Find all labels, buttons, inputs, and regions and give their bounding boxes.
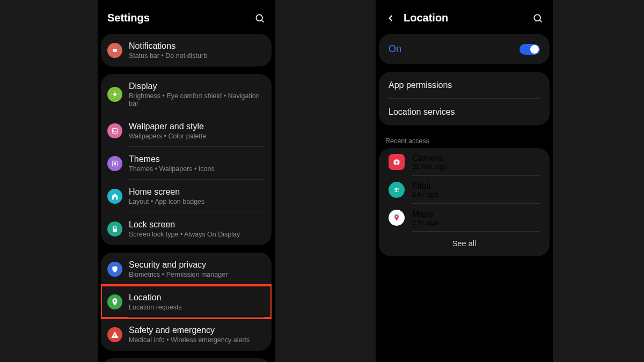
item-subtitle: Wallpapers • Color palette: [129, 132, 265, 140]
warning-icon: [107, 327, 122, 342]
search-icon[interactable]: [254, 13, 265, 24]
item-title: Safety and emergency: [129, 325, 265, 336]
svg-point-13: [114, 300, 115, 301]
themes-icon: [107, 156, 122, 171]
page-title: Location: [404, 12, 532, 24]
settings-item-home[interactable]: Home screen Layout • App icon badges: [101, 180, 272, 212]
svg-point-23: [398, 188, 399, 189]
notifications-icon: [107, 43, 122, 58]
item-title: Security and privacy: [129, 260, 265, 270]
app-name: Fitbit: [412, 181, 438, 191]
settings-item-lock[interactable]: Lock screen Screen lock type • Always On…: [101, 212, 272, 245]
page-title: Settings: [107, 12, 254, 24]
item-subtitle: Status bar • Do not disturb: [129, 52, 265, 60]
home-icon: [107, 189, 122, 204]
svg-point-21: [394, 188, 396, 189]
svg-point-3: [113, 93, 116, 95]
item-title: Wallpaper and style: [129, 121, 265, 132]
settings-item-safety[interactable]: Safety and emergency Medical info • Wire…: [101, 318, 272, 351]
item-subtitle: Layout • App icon badges: [129, 198, 265, 205]
search-icon[interactable]: [532, 13, 543, 24]
svg-rect-14: [114, 334, 115, 335]
item-title: Notifications: [129, 41, 265, 51]
settings-item-display[interactable]: Display Brightness • Eye comfort shield …: [101, 74, 272, 114]
item-subtitle: Screen lock type • Always On Display: [129, 231, 265, 238]
location-icon: [107, 294, 122, 309]
location-master-toggle-row[interactable]: On: [379, 34, 550, 64]
svg-line-1: [262, 20, 264, 22]
item-title: Location: [129, 292, 265, 303]
svg-point-29: [398, 191, 399, 192]
app-timestamp: 3 hr. ago: [412, 219, 438, 226]
svg-point-28: [396, 190, 397, 191]
location-links-card: App permissions Location services: [379, 72, 550, 125]
settings-item-notifications[interactable]: Notifications Status bar • Do not distur…: [101, 34, 272, 67]
svg-rect-20: [396, 159, 398, 160]
item-subtitle: Medical info • Wireless emergency alerts: [129, 336, 265, 344]
svg-point-26: [398, 189, 399, 190]
settings-group: Display Brightness • Eye comfort shield …: [101, 74, 272, 245]
link-location-services[interactable]: Location services: [379, 99, 550, 125]
settings-group: Accounts and backup: [101, 358, 272, 362]
back-icon[interactable]: [385, 13, 396, 24]
item-title: Display: [129, 81, 265, 92]
svg-rect-12: [113, 228, 117, 232]
settings-group: Notifications Status bar • Do not distur…: [101, 34, 272, 67]
recent-app-camera[interactable]: Camera 91 min. ago: [379, 148, 550, 176]
recent-access-label: Recent access: [376, 133, 553, 148]
item-subtitle: Biometrics • Permission manager: [129, 271, 265, 278]
svg-point-9: [113, 129, 114, 130]
item-title: Lock screen: [129, 219, 265, 230]
svg-rect-11: [114, 162, 116, 165]
svg-point-22: [396, 188, 397, 189]
svg-line-17: [540, 20, 542, 22]
settings-item-security[interactable]: Security and privacy Biometrics • Permis…: [101, 253, 272, 285]
app-timestamp: 2 hr. ago: [412, 191, 438, 198]
app-name: Camera: [412, 153, 447, 163]
svg-point-30: [396, 216, 398, 218]
display-icon: [107, 87, 122, 102]
settings-group: Security and privacy Biometrics • Permis…: [101, 253, 272, 351]
svg-point-0: [256, 14, 262, 21]
item-subtitle: Brightness • Eye comfort shield • Naviga…: [129, 92, 265, 107]
settings-screen: Settings Notifications Status bar • Do n…: [98, 0, 275, 362]
location-screen: Location On App permissions Location ser…: [376, 0, 553, 362]
app-timestamp: 91 min. ago: [412, 163, 447, 171]
shield-icon: [107, 262, 122, 277]
toggle-switch[interactable]: [519, 44, 540, 55]
svg-point-25: [396, 189, 398, 191]
lock-icon: [107, 221, 122, 237]
item-subtitle: Themes • Wallpapers • Icons: [129, 165, 265, 173]
settings-item-location[interactable]: Location Location requests: [101, 285, 272, 318]
app-name: Maps: [412, 209, 438, 219]
settings-header: Settings: [98, 0, 275, 32]
svg-rect-15: [114, 336, 115, 337]
maps-icon: [389, 210, 405, 226]
see-all-button[interactable]: See all: [379, 232, 550, 256]
svg-point-16: [534, 14, 540, 21]
svg-rect-2: [113, 49, 117, 51]
recent-access-card: Camera 91 min. ago Fitbit 2 hr. ago Maps…: [379, 148, 550, 256]
recent-app-maps[interactable]: Maps 3 hr. ago: [379, 204, 550, 232]
wallpaper-icon: [107, 123, 122, 138]
settings-item-accounts[interactable]: Accounts and backup: [101, 358, 272, 362]
svg-point-24: [394, 189, 396, 190]
svg-point-27: [394, 191, 396, 192]
location-header: Location: [376, 0, 553, 32]
link-app-permissions[interactable]: App permissions: [379, 72, 550, 99]
settings-item-themes[interactable]: Themes Themes • Wallpapers • Icons: [101, 147, 272, 180]
recent-app-fitbit[interactable]: Fitbit 2 hr. ago: [379, 176, 550, 204]
item-subtitle: Location requests: [129, 304, 265, 311]
toggle-label: On: [389, 43, 519, 55]
fitbit-icon: [389, 182, 405, 198]
settings-item-wallpaper[interactable]: Wallpaper and style Wallpapers • Color p…: [101, 114, 272, 147]
item-title: Home screen: [129, 187, 265, 197]
item-title: Themes: [129, 154, 265, 165]
camera-icon: [389, 154, 405, 170]
svg-point-19: [396, 161, 398, 164]
